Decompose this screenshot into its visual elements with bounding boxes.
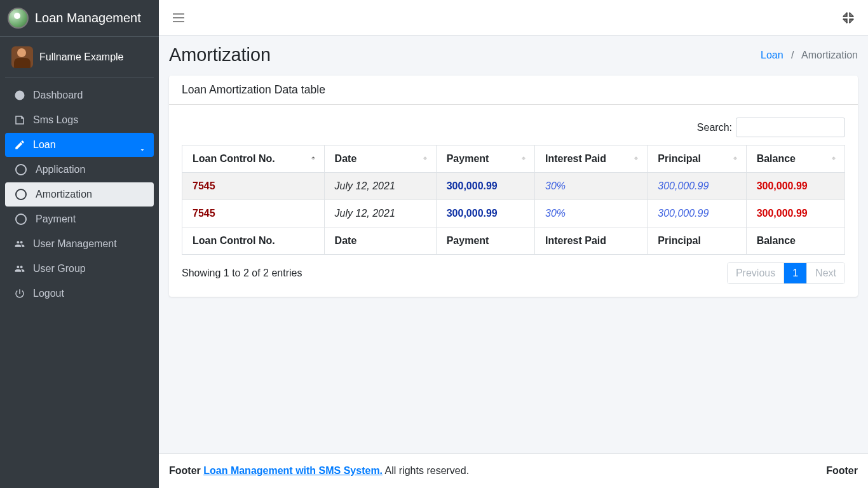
breadcrumb-root[interactable]: Loan (761, 50, 783, 60)
user-fullname: Fullname Example (39, 51, 124, 63)
page-1-button[interactable]: 1 (783, 263, 806, 283)
sidebar: Loan Management Fullname Example Dashboa… (0, 0, 159, 488)
users-icon (13, 238, 27, 250)
breadcrumb: Loan / Amortization (761, 50, 858, 61)
sort-icon (421, 153, 430, 165)
page-title: Amortization (169, 44, 271, 65)
content-header: Amortization Loan / Amortization (159, 36, 868, 76)
sort-icon (519, 153, 528, 165)
sidebar-item-smslogs[interactable]: Sms Logs (5, 108, 154, 132)
datatable-info: Showing 1 to 2 of 2 entries (182, 268, 302, 279)
page-previous-button[interactable]: Previous (728, 263, 783, 283)
cell-interest: 30% (535, 200, 648, 227)
sidebar-sub-payment[interactable]: Payment (5, 207, 154, 231)
edit-icon (13, 139, 27, 151)
sidebar-item-usergroup[interactable]: User Group (5, 257, 154, 281)
sidebar-item-label: Sms Logs (33, 114, 78, 126)
footer: Footer Loan Management with SMS System. … (159, 453, 868, 488)
footer-right: Footer (826, 465, 858, 477)
power-icon (13, 288, 27, 299)
sort-icon (632, 153, 641, 165)
foot-date: Date (324, 227, 436, 255)
breadcrumb-current: Amortization (801, 50, 858, 60)
sidebar-item-label: Payment (36, 214, 76, 225)
compress-icon (843, 12, 854, 24)
sidebar-item-label: Dashboard (33, 90, 83, 101)
sidebar-item-label: Logout (33, 288, 64, 299)
circle-icon (15, 189, 27, 200)
col-principal[interactable]: Principal (648, 146, 746, 173)
col-payment[interactable]: Payment (436, 146, 534, 173)
footer-suffix: All rights reserved. (383, 465, 469, 476)
cell-control: 7545 (182, 173, 325, 200)
sidebar-item-loan[interactable]: Loan (5, 133, 154, 157)
circle-icon (15, 214, 27, 225)
sidebar-item-label: Application (36, 164, 85, 175)
datatable-bottom: Showing 1 to 2 of 2 entries Previous 1 N… (182, 262, 845, 284)
sidebar-item-usermanagement[interactable]: User Management (5, 232, 154, 256)
sidebar-item-label: User Management (33, 238, 117, 250)
cell-interest: 30% (535, 173, 648, 200)
footer-prefix: Footer (169, 465, 203, 476)
sidebar-item-label: User Group (33, 263, 86, 274)
col-interest[interactable]: Interest Paid (535, 146, 648, 173)
hamburger-icon (173, 13, 184, 22)
cell-balance: 300,000.99 (746, 200, 844, 227)
main: Amortization Loan / Amortization Loan Am… (159, 0, 868, 488)
page-next-button[interactable]: Next (806, 263, 844, 283)
sidebar-nav: Dashboard Sms Logs Loan (0, 83, 159, 306)
brand-title: Loan Management (35, 11, 141, 25)
sort-icon (731, 153, 740, 165)
col-date[interactable]: Date (324, 146, 436, 173)
table-row: 7545 July 12, 2021 300,000.99 30% 300,00… (182, 173, 845, 200)
sidebar-item-label: Loan (33, 139, 56, 151)
table-row: 7545 July 12, 2021 300,000.99 30% 300,00… (182, 200, 845, 227)
cell-payment: 300,000.99 (436, 173, 534, 200)
foot-principal: Principal (648, 227, 746, 255)
topbar (159, 0, 868, 36)
fullscreen-button[interactable] (839, 8, 858, 27)
card-title: Loan Amortization Data table (169, 76, 858, 105)
sidebar-sub-amortization[interactable]: Amortization (5, 182, 154, 207)
user-panel[interactable]: Fullname Example (5, 37, 154, 78)
brand-logo-icon (8, 8, 29, 29)
foot-payment: Payment (436, 227, 534, 255)
card: Loan Amortization Data table Search: Loa… (169, 76, 858, 297)
search-input[interactable] (736, 118, 845, 137)
footer-app-link[interactable]: Loan Management with SMS System. (203, 465, 383, 476)
col-label: Principal (658, 153, 701, 164)
sort-icon (829, 153, 838, 165)
col-label: Payment (447, 153, 489, 164)
foot-balance: Balance (746, 227, 844, 255)
pagination: Previous 1 Next (727, 262, 845, 284)
col-control[interactable]: Loan Control No. (182, 146, 325, 173)
sidebar-item-label: Amortization (36, 189, 92, 200)
cell-control: 7545 (182, 200, 325, 227)
users-icon (13, 263, 27, 274)
col-label: Loan Control No. (193, 153, 275, 164)
cell-date: July 12, 2021 (324, 173, 436, 200)
cell-balance: 300,000.99 (746, 173, 844, 200)
avatar (11, 46, 33, 68)
cell-principal: 300,000.99 (648, 173, 746, 200)
note-icon (13, 114, 27, 126)
cell-date: July 12, 2021 (324, 200, 436, 227)
sidebar-toggle-button[interactable] (169, 10, 188, 26)
sidebar-item-dashboard[interactable]: Dashboard (5, 83, 154, 107)
breadcrumb-sep: / (786, 50, 799, 60)
col-label: Balance (757, 153, 796, 164)
sidebar-sub-application[interactable]: Application (5, 158, 154, 182)
chevron-down-icon (139, 145, 146, 156)
brand[interactable]: Loan Management (0, 0, 159, 37)
dashboard-icon (13, 90, 27, 101)
sidebar-item-logout[interactable]: Logout (5, 281, 154, 306)
col-label: Interest Paid (545, 153, 606, 164)
foot-interest: Interest Paid (535, 227, 648, 255)
cell-principal: 300,000.99 (648, 200, 746, 227)
datatable-search: Search: (182, 118, 845, 137)
foot-control: Loan Control No. (182, 227, 325, 255)
col-label: Date (335, 153, 357, 164)
amortization-table: Loan Control No. Date (182, 145, 845, 255)
search-label: Search: (697, 122, 732, 133)
col-balance[interactable]: Balance (746, 146, 844, 173)
